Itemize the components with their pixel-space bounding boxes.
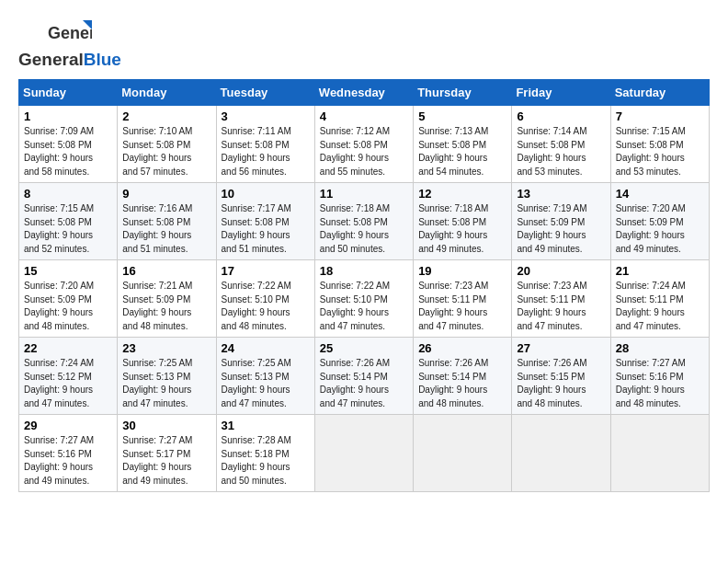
day-number: 31 <box>222 419 310 432</box>
calendar-cell: 26Sunrise: 7:26 AM Sunset: 5:14 PM Dayli… <box>414 338 512 415</box>
day-number: 7 <box>616 109 704 123</box>
calendar-cell: 24Sunrise: 7:25 AM Sunset: 5:13 PM Dayli… <box>216 338 314 415</box>
day-number: 25 <box>320 341 408 355</box>
calendar-cell: 28Sunrise: 7:27 AM Sunset: 5:16 PM Dayli… <box>610 338 709 415</box>
day-info: Sunrise: 7:25 AM Sunset: 5:13 PM Dayligh… <box>122 357 210 410</box>
calendar-week-row: 15Sunrise: 7:20 AM Sunset: 5:09 PM Dayli… <box>19 260 710 338</box>
day-info: Sunrise: 7:18 AM Sunset: 5:08 PM Dayligh… <box>320 202 408 256</box>
day-info: Sunrise: 7:18 AM Sunset: 5:08 PM Dayligh… <box>418 202 506 256</box>
calendar-week-row: 8Sunrise: 7:15 AM Sunset: 5:08 PM Daylig… <box>19 183 710 260</box>
day-info: Sunrise: 7:09 AM Sunset: 5:08 PM Dayligh… <box>24 125 112 178</box>
day-info: Sunrise: 7:16 AM Sunset: 5:08 PM Dayligh… <box>122 202 210 256</box>
day-info: Sunrise: 7:13 AM Sunset: 5:08 PM Dayligh… <box>418 125 506 178</box>
calendar-cell: 4Sunrise: 7:12 AM Sunset: 5:08 PM Daylig… <box>314 106 413 183</box>
day-number: 6 <box>517 109 605 123</box>
day-number: 4 <box>320 109 408 123</box>
day-number: 27 <box>517 341 605 355</box>
day-number: 14 <box>616 187 704 201</box>
day-info: Sunrise: 7:23 AM Sunset: 5:11 PM Dayligh… <box>517 280 605 333</box>
day-number: 11 <box>320 187 408 201</box>
day-number: 18 <box>320 264 408 278</box>
day-info: Sunrise: 7:25 AM Sunset: 5:13 PM Dayligh… <box>222 357 310 410</box>
calendar-cell: 29Sunrise: 7:27 AM Sunset: 5:16 PM Dayli… <box>19 415 118 492</box>
calendar-cell: 17Sunrise: 7:22 AM Sunset: 5:10 PM Dayli… <box>216 260 314 338</box>
calendar-cell: 18Sunrise: 7:22 AM Sunset: 5:10 PM Dayli… <box>314 260 413 338</box>
logo: General GeneralBlue <box>18 18 121 70</box>
day-info: Sunrise: 7:17 AM Sunset: 5:08 PM Dayligh… <box>222 202 310 256</box>
day-number: 30 <box>122 419 210 432</box>
day-info: Sunrise: 7:27 AM Sunset: 5:16 PM Dayligh… <box>24 434 112 488</box>
weekday-header-monday: Monday <box>118 80 216 106</box>
weekday-header-wednesday: Wednesday <box>314 80 413 106</box>
day-number: 9 <box>122 187 210 201</box>
day-info: Sunrise: 7:27 AM Sunset: 5:16 PM Dayligh… <box>616 357 704 410</box>
day-number: 2 <box>122 109 210 123</box>
day-info: Sunrise: 7:11 AM Sunset: 5:08 PM Dayligh… <box>222 125 310 178</box>
day-info: Sunrise: 7:24 AM Sunset: 5:11 PM Dayligh… <box>616 280 704 333</box>
calendar-cell: 31Sunrise: 7:28 AM Sunset: 5:18 PM Dayli… <box>216 415 314 492</box>
day-number: 16 <box>122 264 210 278</box>
calendar-cell <box>512 415 610 492</box>
calendar-cell: 30Sunrise: 7:27 AM Sunset: 5:17 PM Dayli… <box>118 415 216 492</box>
day-info: Sunrise: 7:19 AM Sunset: 5:09 PM Dayligh… <box>517 202 605 256</box>
svg-text:General: General <box>48 24 92 42</box>
weekday-header-tuesday: Tuesday <box>216 80 314 106</box>
calendar-cell: 2Sunrise: 7:10 AM Sunset: 5:08 PM Daylig… <box>118 106 216 183</box>
calendar-cell: 14Sunrise: 7:20 AM Sunset: 5:09 PM Dayli… <box>610 183 709 260</box>
calendar-cell <box>610 415 709 492</box>
day-number: 23 <box>122 341 210 355</box>
day-number: 15 <box>24 264 112 278</box>
weekday-header-thursday: Thursday <box>414 80 512 106</box>
calendar-cell: 25Sunrise: 7:26 AM Sunset: 5:14 PM Dayli… <box>314 338 413 415</box>
day-number: 26 <box>418 341 506 355</box>
weekday-header-row: SundayMondayTuesdayWednesdayThursdayFrid… <box>19 80 710 106</box>
day-info: Sunrise: 7:28 AM Sunset: 5:18 PM Dayligh… <box>222 434 310 488</box>
day-info: Sunrise: 7:26 AM Sunset: 5:14 PM Dayligh… <box>320 357 408 410</box>
day-number: 12 <box>418 187 506 201</box>
day-info: Sunrise: 7:24 AM Sunset: 5:12 PM Dayligh… <box>24 357 112 410</box>
calendar-cell: 13Sunrise: 7:19 AM Sunset: 5:09 PM Dayli… <box>512 183 610 260</box>
calendar-cell: 12Sunrise: 7:18 AM Sunset: 5:08 PM Dayli… <box>414 183 512 260</box>
calendar-cell: 3Sunrise: 7:11 AM Sunset: 5:08 PM Daylig… <box>216 106 314 183</box>
calendar-cell: 5Sunrise: 7:13 AM Sunset: 5:08 PM Daylig… <box>414 106 512 183</box>
calendar-week-row: 22Sunrise: 7:24 AM Sunset: 5:12 PM Dayli… <box>19 338 710 415</box>
calendar-cell: 10Sunrise: 7:17 AM Sunset: 5:08 PM Dayli… <box>216 183 314 260</box>
weekday-header-friday: Friday <box>512 80 610 106</box>
calendar-week-row: 29Sunrise: 7:27 AM Sunset: 5:16 PM Dayli… <box>19 415 710 492</box>
calendar-cell <box>414 415 512 492</box>
calendar-cell: 27Sunrise: 7:26 AM Sunset: 5:15 PM Dayli… <box>512 338 610 415</box>
calendar-header: SundayMondayTuesdayWednesdayThursdayFrid… <box>19 80 710 106</box>
calendar-cell: 22Sunrise: 7:24 AM Sunset: 5:12 PM Dayli… <box>19 338 118 415</box>
calendar-cell: 7Sunrise: 7:15 AM Sunset: 5:08 PM Daylig… <box>610 106 709 183</box>
day-number: 17 <box>222 264 310 278</box>
calendar-cell: 8Sunrise: 7:15 AM Sunset: 5:08 PM Daylig… <box>19 183 118 260</box>
calendar-cell: 19Sunrise: 7:23 AM Sunset: 5:11 PM Dayli… <box>414 260 512 338</box>
calendar-cell: 21Sunrise: 7:24 AM Sunset: 5:11 PM Dayli… <box>610 260 709 338</box>
day-info: Sunrise: 7:15 AM Sunset: 5:08 PM Dayligh… <box>616 125 704 178</box>
calendar-table: SundayMondayTuesdayWednesdayThursdayFrid… <box>18 79 710 492</box>
day-info: Sunrise: 7:21 AM Sunset: 5:09 PM Dayligh… <box>122 280 210 333</box>
day-number: 29 <box>24 419 112 432</box>
day-info: Sunrise: 7:26 AM Sunset: 5:14 PM Dayligh… <box>418 357 506 410</box>
calendar-cell: 15Sunrise: 7:20 AM Sunset: 5:09 PM Dayli… <box>19 260 118 338</box>
day-info: Sunrise: 7:27 AM Sunset: 5:17 PM Dayligh… <box>122 434 210 488</box>
day-info: Sunrise: 7:22 AM Sunset: 5:10 PM Dayligh… <box>222 280 310 333</box>
day-info: Sunrise: 7:14 AM Sunset: 5:08 PM Dayligh… <box>517 125 605 178</box>
day-info: Sunrise: 7:26 AM Sunset: 5:15 PM Dayligh… <box>517 357 605 410</box>
day-info: Sunrise: 7:12 AM Sunset: 5:08 PM Dayligh… <box>320 125 408 178</box>
calendar-cell: 20Sunrise: 7:23 AM Sunset: 5:11 PM Dayli… <box>512 260 610 338</box>
day-info: Sunrise: 7:23 AM Sunset: 5:11 PM Dayligh… <box>418 280 506 333</box>
day-number: 8 <box>24 187 112 201</box>
weekday-header-sunday: Sunday <box>19 80 118 106</box>
day-number: 19 <box>418 264 506 278</box>
day-info: Sunrise: 7:20 AM Sunset: 5:09 PM Dayligh… <box>616 202 704 256</box>
calendar-body: 1Sunrise: 7:09 AM Sunset: 5:08 PM Daylig… <box>19 106 710 492</box>
day-number: 21 <box>616 264 704 278</box>
calendar-cell: 16Sunrise: 7:21 AM Sunset: 5:09 PM Dayli… <box>118 260 216 338</box>
day-number: 1 <box>24 109 112 123</box>
day-number: 3 <box>222 109 310 123</box>
day-number: 22 <box>24 341 112 355</box>
day-info: Sunrise: 7:22 AM Sunset: 5:10 PM Dayligh… <box>320 280 408 333</box>
calendar-cell: 23Sunrise: 7:25 AM Sunset: 5:13 PM Dayli… <box>118 338 216 415</box>
day-number: 10 <box>222 187 310 201</box>
